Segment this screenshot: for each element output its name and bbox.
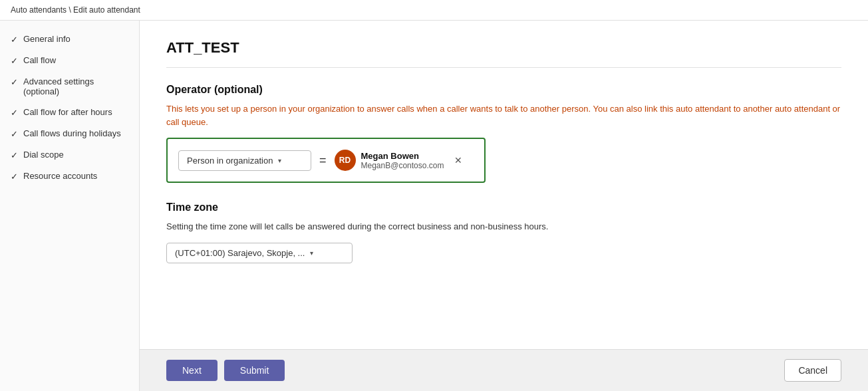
footer-bar: Next Submit Cancel — [140, 349, 868, 391]
check-icon: ✓ — [11, 150, 18, 160]
person-chip: RD Megan Bowen MeganB@contoso.com ✕ — [335, 150, 463, 171]
person-email: MeganB@contoso.com — [361, 161, 444, 170]
operator-info-text: This lets you set up a person in your or… — [166, 102, 841, 128]
content-scroll: ATT_TEST Operator (optional) This lets y… — [140, 21, 868, 349]
check-icon: ✓ — [11, 108, 18, 118]
operator-type-label: Person in organization — [187, 156, 273, 166]
sidebar-item-label: Call flows during holidays — [23, 128, 121, 138]
equals-sign: = — [319, 154, 327, 168]
sidebar-item-advanced-settings[interactable]: ✓Advanced settings (optional) — [0, 71, 139, 102]
sidebar-item-dial-scope[interactable]: ✓Dial scope — [0, 144, 139, 166]
timezone-value: (UTC+01:00) Sarajevo, Skopje, ... — [175, 248, 305, 258]
sidebar-item-call-flows-holidays[interactable]: ✓Call flows during holidays — [0, 123, 139, 144]
sidebar-item-general-info[interactable]: ✓General info — [0, 29, 139, 50]
check-icon: ✓ — [11, 35, 18, 45]
sidebar-item-label: Call flow — [23, 55, 56, 65]
sidebar-item-label: Advanced settings (optional) — [23, 76, 128, 96]
person-info: Megan Bowen MeganB@contoso.com — [361, 151, 444, 170]
check-icon: ✓ — [11, 129, 18, 139]
next-button[interactable]: Next — [166, 360, 217, 381]
sidebar: ✓General info✓Call flow✓Advanced setting… — [0, 21, 140, 391]
cancel-button[interactable]: Cancel — [784, 359, 841, 382]
sidebar-item-label: Dial scope — [23, 150, 64, 160]
avatar: RD — [335, 150, 356, 171]
timezone-section: Time zone Setting the time zone will let… — [166, 201, 841, 263]
breadcrumb: Auto attendants \ Edit auto attendant — [0, 0, 868, 21]
content-area: ATT_TEST Operator (optional) This lets y… — [140, 21, 868, 391]
sidebar-item-label: Call flow for after hours — [23, 107, 112, 117]
person-name: Megan Bowen — [361, 151, 444, 161]
sidebar-item-resource-accounts[interactable]: ✓Resource accounts — [0, 166, 139, 187]
sidebar-item-label: Resource accounts — [23, 171, 97, 181]
check-icon: ✓ — [11, 56, 18, 66]
chevron-down-icon: ▾ — [278, 157, 281, 164]
chevron-down-icon: ▾ — [310, 249, 313, 257]
page-title: ATT_TEST — [166, 39, 841, 68]
check-icon: ✓ — [11, 77, 18, 87]
breadcrumb-part2: Edit auto attendant — [73, 5, 140, 15]
timezone-info-text: Setting the time zone will let calls be … — [166, 220, 841, 233]
submit-button[interactable]: Submit — [224, 360, 285, 381]
sidebar-item-call-flow-after-hours[interactable]: ✓Call flow for after hours — [0, 102, 139, 123]
timezone-section-title: Time zone — [166, 201, 841, 213]
operator-section-title: Operator (optional) — [166, 84, 841, 96]
timezone-dropdown[interactable]: (UTC+01:00) Sarajevo, Skopje, ... ▾ — [166, 243, 353, 263]
sidebar-item-call-flow[interactable]: ✓Call flow — [0, 50, 139, 71]
operator-type-dropdown[interactable]: Person in organization ▾ — [178, 150, 311, 171]
remove-person-button[interactable]: ✕ — [454, 155, 462, 166]
breadcrumb-part1[interactable]: Auto attendants — [11, 5, 67, 15]
check-icon: ✓ — [11, 172, 18, 182]
operator-box: Person in organization ▾ = RD Megan Bowe… — [166, 138, 486, 183]
sidebar-item-label: General info — [23, 34, 71, 44]
